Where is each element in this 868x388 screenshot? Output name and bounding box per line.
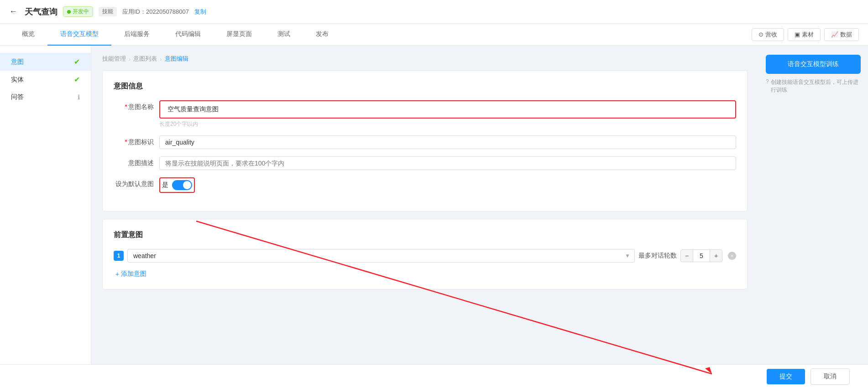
skill-type-badge: 技能 — [99, 7, 117, 16]
intent-check-icon: ✔ — [74, 57, 80, 66]
intent-default-wrap: 是 — [159, 177, 736, 193]
entity-check-icon: ✔ — [74, 75, 80, 84]
toggle-knob — [183, 181, 191, 189]
tab-overview[interactable]: 概览 — [9, 24, 47, 46]
intent-info-title: 意图信息 — [114, 82, 736, 91]
preceding-num-badge: 1 — [114, 251, 124, 261]
submit-button[interactable]: 提交 — [767, 369, 805, 384]
intent-desc-input[interactable] — [159, 156, 736, 170]
nav-tabs: 概览 语音交互模型 后端服务 代码编辑 屏显页面 测试 发布 ⊙ 营收 ▣ 素材… — [0, 24, 868, 46]
sidebar: 意图 ✔ 实体 ✔ 问答 ℹ — [0, 46, 91, 388]
default-toggle[interactable] — [172, 180, 192, 190]
intent-name-row: *意图名称 长度20个字以内 — [114, 100, 736, 128]
preceding-select-wrap: weather ▼ — [127, 249, 635, 263]
top-header: ← 天气查询 开发中 技能 应用ID：2022050788007 复制 — [0, 0, 868, 24]
tab-test[interactable]: 测试 — [265, 24, 303, 46]
back-button[interactable]: ← — [9, 7, 17, 16]
sidebar-item-qa[interactable]: 问答 ℹ — [0, 88, 91, 106]
tab-code-editor[interactable]: 代码编辑 — [162, 24, 214, 46]
add-icon: + — [115, 270, 119, 278]
intent-name-highlight — [159, 100, 736, 119]
intent-desc-row: 意图描述 — [114, 156, 736, 170]
breadcrumb-skill-mgmt[interactable]: 技能管理 — [102, 55, 126, 63]
tab-voice-model[interactable]: 语音交互模型 — [47, 24, 111, 46]
preceding-intent-select[interactable]: weather — [127, 249, 635, 263]
breadcrumb-intent-list[interactable]: 意图列表 — [133, 55, 157, 63]
intent-info-card: 意图信息 *意图名称 长度20个字以内 * — [102, 70, 748, 212]
turns-increase-button[interactable]: + — [710, 249, 722, 262]
turns-decrease-button[interactable]: − — [680, 249, 693, 262]
sidebar-item-intent[interactable]: 意图 ✔ — [0, 53, 91, 71]
intent-default-highlight: 是 — [159, 177, 195, 193]
intent-desc-wrap — [159, 156, 736, 170]
intent-id-label: *意图标识 — [114, 135, 159, 146]
add-intent-button[interactable]: + 添加意图 — [115, 270, 736, 278]
copy-app-id-button[interactable]: 复制 — [194, 8, 206, 16]
page-title: 天气查询 — [25, 6, 58, 17]
turns-stepper: − 5 + — [680, 249, 722, 262]
data-button[interactable]: 📈 数据 — [824, 28, 859, 41]
intent-name-wrap: 长度20个字以内 — [159, 100, 736, 128]
intent-default-row: 设为默认意图 是 — [114, 177, 736, 193]
dev-status-badge: 开发中 — [63, 6, 93, 17]
nav-right-buttons: ⊙ 营收 ▣ 素材 📈 数据 — [752, 28, 859, 41]
sidebar-item-entity[interactable]: 实体 ✔ — [0, 71, 91, 88]
breadcrumb: 技能管理 › 意图列表 › 意图编辑 — [102, 55, 748, 63]
preceding-remove-button[interactable]: × — [728, 252, 736, 260]
dev-dot-icon — [67, 10, 71, 14]
intent-name-input[interactable] — [162, 103, 733, 116]
turns-value: 5 — [693, 249, 710, 262]
intent-name-hint: 长度20个字以内 — [159, 120, 736, 128]
bottom-bar: 提交 取消 — [0, 364, 868, 388]
assets-button[interactable]: ▣ 素材 — [788, 28, 821, 41]
qa-info-icon: ℹ — [78, 93, 80, 101]
main-layout: 意图 ✔ 实体 ✔ 问答 ℹ 技能管理 › 意图列表 › 意图编辑 — [0, 46, 868, 388]
right-panel: 语音交互模型训练 ? 创建技能语音交互模型后，可上传进行训练 — [758, 46, 868, 388]
preceding-intent-card: 前置意图 1 weather ▼ 最多对话轮数 − 5 + — [102, 219, 748, 290]
toggle-label: 是 — [162, 181, 168, 189]
toggle-row: 是 — [162, 180, 192, 190]
breadcrumb-current: 意图编辑 — [165, 55, 188, 63]
train-hint: ? 创建技能语音交互模型后，可上传进行训练 — [766, 78, 861, 94]
preceding-intent-title: 前置意图 — [114, 230, 736, 240]
train-model-button[interactable]: 语音交互模型训练 — [766, 55, 861, 74]
nav-left: 概览 语音交互模型 后端服务 代码编辑 屏显页面 测试 发布 — [9, 24, 341, 46]
preceding-intent-row: 1 weather ▼ 最多对话轮数 − 5 + × — [114, 249, 736, 263]
cancel-button[interactable]: 取消 — [810, 368, 850, 385]
intent-name-label: *意图名称 — [114, 100, 159, 111]
intent-default-label: 设为默认意图 — [114, 177, 159, 188]
intent-desc-label: 意图描述 — [114, 156, 159, 167]
app-id-label: 应用ID：2022050788007 — [122, 8, 189, 16]
max-turns-label: 最多对话轮数 — [638, 252, 677, 260]
tab-screen-page[interactable]: 屏显页面 — [214, 24, 265, 46]
tab-publish[interactable]: 发布 — [303, 24, 341, 46]
intent-id-input[interactable] — [159, 135, 736, 149]
intent-id-row: *意图标识 — [114, 135, 736, 149]
intent-id-wrap — [159, 135, 736, 149]
hint-question-icon: ? — [766, 78, 769, 85]
content-area: 技能管理 › 意图列表 › 意图编辑 意图信息 *意图名称 — [91, 46, 758, 388]
tab-backend[interactable]: 后端服务 — [111, 24, 162, 46]
earnings-button[interactable]: ⊙ 营收 — [752, 28, 784, 41]
